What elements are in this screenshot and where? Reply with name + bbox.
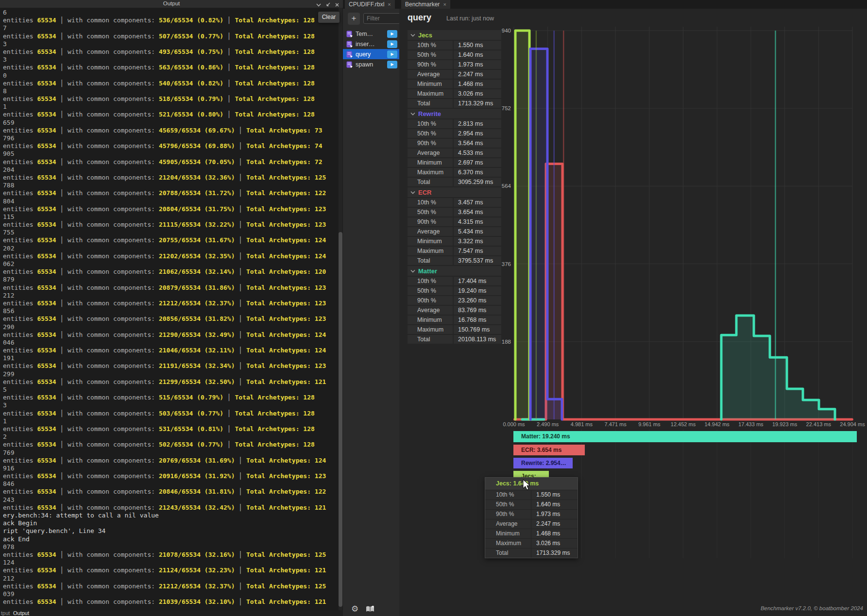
range-bar-matter[interactable]: Matter: 19.240 ms bbox=[513, 431, 857, 442]
stat-label: Average bbox=[408, 70, 453, 79]
stat-label: 50th % bbox=[408, 286, 453, 295]
docs-book-icon[interactable] bbox=[365, 605, 375, 615]
range-bar-ecr[interactable]: ECR: 3.654 ms bbox=[513, 445, 585, 455]
plugin-credit: Benchmarker v7.2.0, © boatbomber 2024 bbox=[761, 605, 863, 611]
list-item-spawn[interactable]: spawn▶ bbox=[343, 59, 399, 69]
log-line: 7 bbox=[3, 24, 337, 32]
list-item-label: query bbox=[356, 51, 387, 58]
log-line: entities 65534 │ with common components:… bbox=[3, 472, 337, 480]
close-icon[interactable] bbox=[334, 1, 340, 7]
tooltip-row: 50th %1.640 ms bbox=[485, 499, 578, 509]
output-tab[interactable]: Output bbox=[13, 610, 29, 616]
stat-row: 10th %2.813 ms bbox=[408, 119, 501, 128]
scrollbar-thumb[interactable] bbox=[339, 232, 342, 607]
stat-row: 50th %2.954 ms bbox=[408, 129, 501, 138]
stat-row: Minimum1.468 ms bbox=[408, 80, 501, 88]
list-item-tem[interactable]: Tem…▶ bbox=[343, 29, 399, 39]
benchmark-list-panel: CPUDIFF.rbxl × + Tem…▶inser…▶query▶spawn… bbox=[343, 0, 400, 616]
clear-button[interactable]: Clear bbox=[318, 12, 340, 23]
settings-gear-icon[interactable]: ⚙ bbox=[351, 604, 358, 614]
benchmark-tooltip: Jecs: 1.640 ms 10th %1.550 ms50th %1.640… bbox=[485, 477, 578, 558]
log-line: entities 65534 │ with common components:… bbox=[3, 300, 337, 307]
log-line: entities 65534 │ with common components:… bbox=[3, 457, 337, 465]
log-line: 191 bbox=[3, 354, 337, 362]
run-button[interactable]: ▶ bbox=[387, 50, 397, 58]
tab-cpudiff[interactable]: CPUDIFF.rbxl × bbox=[345, 0, 395, 9]
stat-row: 90th %4.315 ms bbox=[408, 217, 501, 226]
tooltip-label: Average bbox=[485, 519, 531, 529]
log-line: entities 65534 │ with common components:… bbox=[3, 347, 337, 354]
tab-label: Benchmarker bbox=[405, 1, 440, 8]
log-line: entities 65534 │ with common components:… bbox=[3, 331, 337, 339]
stat-label: Total bbox=[408, 335, 453, 344]
section-name: Matter bbox=[418, 267, 437, 275]
log-line: 202 bbox=[3, 245, 337, 252]
log-line: entities 65534 │ with common components:… bbox=[3, 284, 337, 292]
log-line: 659 bbox=[3, 119, 337, 127]
stat-value: 3095.259 ms bbox=[454, 178, 501, 186]
stat-row: Total1713.329 ms bbox=[408, 99, 501, 108]
stat-value: 4.533 ms bbox=[454, 149, 501, 157]
section-header[interactable]: ECR bbox=[408, 187, 501, 197]
log-line: entities 65534 │ with common components:… bbox=[3, 80, 337, 87]
section-name: Jecs bbox=[418, 32, 432, 39]
stat-value: 1.468 ms bbox=[454, 80, 501, 88]
run-button[interactable]: ▶ bbox=[387, 30, 397, 38]
stat-value: 3.322 ms bbox=[454, 237, 501, 246]
list-item-label: Tem… bbox=[356, 31, 387, 37]
last-run-status: Last run: just now bbox=[446, 15, 494, 22]
log-line: ack Begin bbox=[3, 519, 337, 527]
log-line: entities 65534 │ with common components:… bbox=[3, 378, 337, 386]
stats-section-rewrite: Rewrite10th %2.813 ms50th %2.954 ms90th … bbox=[408, 109, 501, 186]
chevron-down-icon[interactable] bbox=[316, 1, 322, 7]
stat-row: Average4.533 ms bbox=[408, 149, 501, 157]
stat-row: Maximum7.547 ms bbox=[408, 247, 501, 255]
tab-close-icon[interactable]: × bbox=[443, 1, 446, 7]
section-header[interactable]: Matter bbox=[408, 266, 501, 276]
log-line: entities 65534 │ with common components:… bbox=[3, 315, 337, 323]
tooltip-label: 90th % bbox=[485, 510, 531, 519]
range-bar-rewrite[interactable]: Rewrite: 2.954… bbox=[513, 458, 573, 468]
stat-label: Maximum bbox=[408, 168, 453, 177]
log-line: 2 bbox=[3, 433, 337, 441]
stat-row: 50th %19.240 ms bbox=[408, 286, 501, 295]
stat-row: 90th %1.973 ms bbox=[408, 60, 501, 69]
tooltip-label: Minimum bbox=[485, 529, 531, 538]
tab-benchmarker[interactable]: Benchmarker × bbox=[401, 0, 450, 9]
benchmarker-panel: Benchmarker × query Last run: just now J… bbox=[399, 0, 867, 616]
log-line: 299 bbox=[3, 370, 337, 378]
scrollbar-track[interactable] bbox=[339, 8, 342, 610]
run-button[interactable]: ▶ bbox=[387, 40, 397, 48]
output-bottom-bar: tput Output bbox=[0, 610, 343, 616]
log-line: entities 65534 │ with common components:… bbox=[3, 33, 337, 40]
log-line: entities 65534 │ with common components:… bbox=[3, 236, 337, 244]
section-header[interactable]: Jecs bbox=[408, 30, 501, 40]
stat-label: Minimum bbox=[408, 80, 453, 88]
list-item-query[interactable]: query▶ bbox=[343, 49, 399, 59]
add-benchmark-button[interactable]: + bbox=[348, 13, 360, 25]
dock-icon[interactable] bbox=[325, 1, 331, 7]
stat-label: Average bbox=[408, 149, 453, 157]
log-line: 243 bbox=[3, 496, 337, 504]
stat-value: 83.769 ms bbox=[454, 306, 501, 315]
list-item-inser[interactable]: inser…▶ bbox=[343, 39, 399, 49]
output-tab-clipped: tput bbox=[1, 610, 10, 616]
log-line: ery.bench:34: attempt to call a nil valu… bbox=[3, 512, 337, 519]
tab-close-icon[interactable]: × bbox=[388, 1, 391, 7]
log-line: 1 bbox=[3, 417, 337, 425]
stat-value: 2.954 ms bbox=[454, 129, 501, 138]
stat-value: 16.768 ms bbox=[454, 316, 501, 324]
log-line: entities 65534 │ with common components:… bbox=[3, 410, 337, 417]
filter-input[interactable] bbox=[363, 13, 400, 24]
stat-label: 10th % bbox=[408, 198, 453, 207]
run-button[interactable]: ▶ bbox=[387, 61, 397, 68]
log-line: 916 bbox=[3, 465, 337, 472]
stat-row: Total3795.537 ms bbox=[408, 256, 501, 265]
section-name: Rewrite bbox=[418, 110, 441, 117]
stat-label: Total bbox=[408, 178, 453, 186]
stat-row: 10th %1.550 ms bbox=[408, 41, 501, 50]
stat-label: 90th % bbox=[408, 139, 453, 148]
section-header[interactable]: Rewrite bbox=[408, 109, 501, 118]
stat-row: 50th %1.640 ms bbox=[408, 50, 501, 59]
tooltip-row: Maximum3.026 ms bbox=[485, 538, 578, 548]
